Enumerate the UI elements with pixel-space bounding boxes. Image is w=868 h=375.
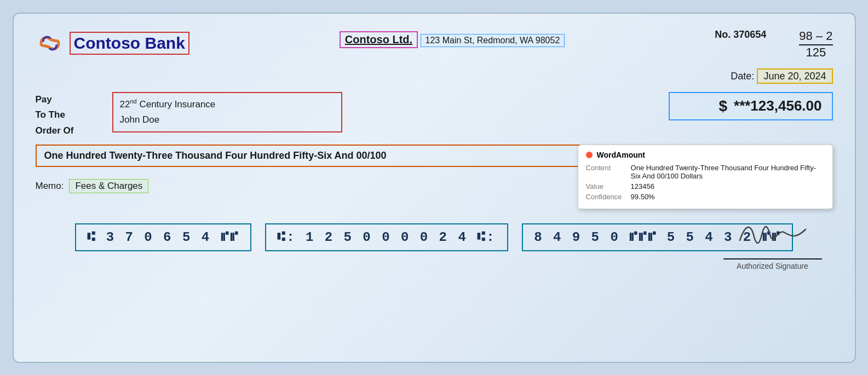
tooltip-confidence-value: 99.50% [631,193,655,201]
tooltip-confidence-row: Confidence 99.50% [586,193,825,201]
check-document: Contoso Bank Contoso Ltd. 123 Main St, R… [13,13,856,363]
logo-area: Contoso Bank [36,29,189,57]
tooltip-header: WordAmount [586,151,825,159]
tooltip-dot-icon [586,152,593,158]
bank-name: Contoso Bank [70,32,189,55]
memo-value: Fees & Charges [69,179,148,193]
word-amount-text: One Hundred Twenty-Three Thousand Four H… [44,150,387,161]
date-value: June 20, 2024 [757,68,832,84]
tooltip-value-value: 123456 [631,182,654,191]
check-number-block: No. 370654 98 – 2 125 Date: June 20, 202… [715,29,832,82]
currency-symbol: $ [718,97,727,115]
signature-label: Authorized Signature [723,262,822,270]
signature-svg [734,218,811,251]
tooltip-content-row: Content One Hundred Twenty-Three Thousan… [586,164,825,180]
tooltip-content-label: Content [586,164,624,172]
company-block: Contoso Ltd. 123 Main St, Redmond, WA 98… [340,31,565,48]
payee-line2: John Doe [120,112,335,128]
pay-row: Pay To The Order Of 22nd Century Insuran… [36,92,833,140]
payee-box: 22nd Century Insurance John Doe [112,92,342,132]
check-number: No. 370654 [715,29,766,41]
micr-routing: ⑆ 3 7 0 6 5 4 ⑈⑈ [75,223,251,251]
word-amount-box: One Hundred Twenty-Three Thousand Four H… [36,145,634,167]
payee-line1: 22nd Century Insurance [120,96,335,113]
micr-account: ⑆: 1 2 5 0 0 0 0 2 4 ⑆: [265,223,508,251]
signature-image [723,216,822,259]
tooltip-content-value: One Hundred Twenty-Three Thousand Four H… [631,164,825,180]
amount-value: ***123,456.00 [734,97,821,114]
tooltip-value-row: Value 123456 [586,182,825,191]
word-amount-row: One Hundred Twenty-Three Thousand Four H… [36,145,833,167]
date-line: Date: June 20, 2024 [715,71,832,82]
pay-label: Pay To The Order Of [36,92,107,140]
micr-row: ⑆ 3 7 0 6 5 4 ⑈⑈ ⑆: 1 2 5 0 0 0 0 2 4 ⑆:… [36,223,833,251]
tooltip-popup: WordAmount Content One Hundred Twenty-Th… [578,145,833,209]
tooltip-confidence-label: Confidence [586,193,624,201]
header-row: Contoso Bank Contoso Ltd. 123 Main St, R… [36,29,833,82]
check-fraction: 98 – 2 125 [799,29,832,60]
amount-box: $ ***123,456.00 [669,92,833,120]
bank-logo-icon [36,29,64,57]
company-address: 123 Main St, Redmond, WA 98052 [421,34,565,47]
signature-area: Authorized Signature [723,216,822,270]
memo-label: Memo: [36,181,64,192]
tooltip-value-label: Value [586,182,624,191]
tooltip-field-name: WordAmount [597,151,645,159]
company-name: Contoso Ltd. [340,31,418,48]
